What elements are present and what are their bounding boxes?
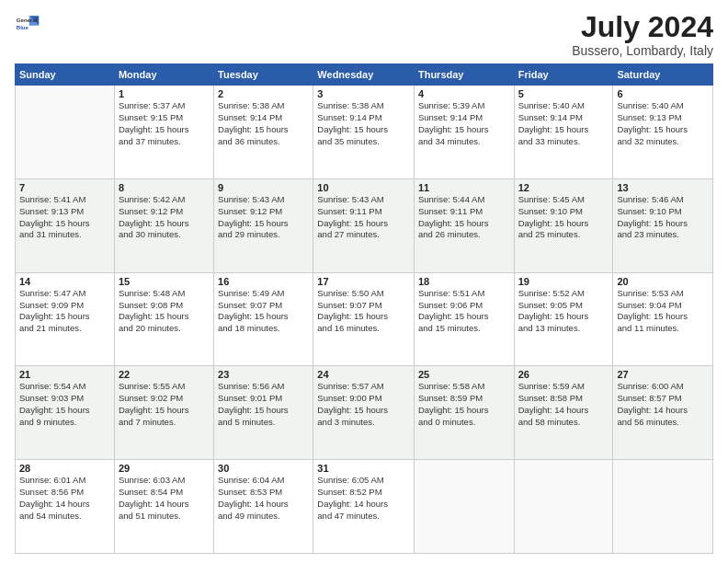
weekday-saturday: Saturday (613, 64, 713, 86)
day-cell: 27Sunrise: 6:00 AM Sunset: 8:57 PM Dayli… (613, 366, 713, 460)
day-info: Sunrise: 6:03 AM Sunset: 8:54 PM Dayligh… (119, 475, 210, 522)
day-number: 8 (119, 182, 210, 193)
day-number: 17 (317, 276, 410, 287)
day-number: 21 (19, 369, 110, 380)
day-info: Sunrise: 5:53 AM Sunset: 9:04 PM Dayligh… (617, 288, 709, 335)
day-number: 13 (617, 182, 709, 193)
day-info: Sunrise: 5:49 AM Sunset: 9:07 PM Dayligh… (218, 288, 309, 335)
day-info: Sunrise: 5:44 AM Sunset: 9:11 PM Dayligh… (418, 194, 510, 241)
day-number: 28 (19, 463, 110, 474)
weekday-header-row: SundayMondayTuesdayWednesdayThursdayFrid… (16, 64, 713, 86)
day-number: 2 (218, 88, 309, 99)
day-cell: 30Sunrise: 6:04 AM Sunset: 8:53 PM Dayli… (214, 460, 313, 554)
day-number: 9 (218, 182, 309, 193)
day-number: 3 (317, 88, 410, 99)
day-cell: 10Sunrise: 5:43 AM Sunset: 9:11 PM Dayli… (313, 178, 415, 272)
day-cell: 28Sunrise: 6:01 AM Sunset: 8:56 PM Dayli… (16, 460, 115, 554)
day-info: Sunrise: 5:57 AM Sunset: 9:00 PM Dayligh… (317, 381, 410, 428)
day-cell: 9Sunrise: 5:43 AM Sunset: 9:12 PM Daylig… (214, 178, 313, 272)
day-info: Sunrise: 5:43 AM Sunset: 9:12 PM Dayligh… (218, 194, 309, 241)
day-cell: 21Sunrise: 5:54 AM Sunset: 9:03 PM Dayli… (16, 366, 115, 460)
calendar-page: General Blue July 2024 Bussero, Lombardy… (0, 0, 728, 563)
day-cell: 26Sunrise: 5:59 AM Sunset: 8:58 PM Dayli… (514, 366, 613, 460)
day-cell: 2Sunrise: 5:38 AM Sunset: 9:14 PM Daylig… (214, 86, 313, 179)
weekday-sunday: Sunday (16, 64, 115, 86)
day-cell: 29Sunrise: 6:03 AM Sunset: 8:54 PM Dayli… (114, 460, 213, 554)
day-info: Sunrise: 5:46 AM Sunset: 9:10 PM Dayligh… (617, 194, 709, 241)
day-info: Sunrise: 5:40 AM Sunset: 9:13 PM Dayligh… (617, 100, 709, 147)
day-number: 19 (518, 276, 609, 287)
day-number: 10 (317, 182, 410, 193)
day-info: Sunrise: 5:55 AM Sunset: 9:02 PM Dayligh… (119, 381, 210, 428)
location: Bussero, Lombardy, Italy (572, 43, 713, 58)
week-row-1: 1Sunrise: 5:37 AM Sunset: 9:15 PM Daylig… (16, 86, 713, 179)
day-cell: 1Sunrise: 5:37 AM Sunset: 9:15 PM Daylig… (114, 86, 213, 179)
day-info: Sunrise: 6:01 AM Sunset: 8:56 PM Dayligh… (19, 475, 110, 522)
day-info: Sunrise: 5:59 AM Sunset: 8:58 PM Dayligh… (518, 381, 609, 428)
day-cell: 8Sunrise: 5:42 AM Sunset: 9:12 PM Daylig… (114, 178, 213, 272)
day-number: 24 (317, 369, 410, 380)
day-number: 1 (119, 88, 210, 99)
day-number: 15 (119, 276, 210, 287)
day-cell: 23Sunrise: 5:56 AM Sunset: 9:01 PM Dayli… (214, 366, 313, 460)
day-number: 18 (418, 276, 510, 287)
day-info: Sunrise: 5:42 AM Sunset: 9:12 PM Dayligh… (119, 194, 210, 241)
day-cell: 11Sunrise: 5:44 AM Sunset: 9:11 PM Dayli… (414, 178, 514, 272)
day-number: 4 (418, 88, 510, 99)
day-cell: 3Sunrise: 5:38 AM Sunset: 9:14 PM Daylig… (313, 86, 415, 179)
week-row-2: 7Sunrise: 5:41 AM Sunset: 9:13 PM Daylig… (16, 178, 713, 272)
day-info: Sunrise: 5:48 AM Sunset: 9:08 PM Dayligh… (119, 288, 210, 335)
day-info: Sunrise: 5:38 AM Sunset: 9:14 PM Dayligh… (317, 100, 410, 147)
day-info: Sunrise: 5:41 AM Sunset: 9:13 PM Dayligh… (19, 194, 110, 241)
day-info: Sunrise: 5:37 AM Sunset: 9:15 PM Dayligh… (119, 100, 210, 147)
day-number: 26 (518, 369, 609, 380)
weekday-friday: Friday (514, 64, 613, 86)
day-cell: 12Sunrise: 5:45 AM Sunset: 9:10 PM Dayli… (514, 178, 613, 272)
day-cell (16, 86, 115, 179)
day-info: Sunrise: 5:54 AM Sunset: 9:03 PM Dayligh… (19, 381, 110, 428)
day-cell: 5Sunrise: 5:40 AM Sunset: 9:14 PM Daylig… (514, 86, 613, 179)
day-info: Sunrise: 5:38 AM Sunset: 9:14 PM Dayligh… (218, 100, 309, 147)
header: General Blue July 2024 Bussero, Lombardy… (15, 11, 713, 58)
day-info: Sunrise: 5:39 AM Sunset: 9:14 PM Dayligh… (418, 100, 510, 147)
day-number: 31 (317, 463, 410, 474)
day-cell: 15Sunrise: 5:48 AM Sunset: 9:08 PM Dayli… (114, 272, 213, 366)
day-cell: 22Sunrise: 5:55 AM Sunset: 9:02 PM Dayli… (114, 366, 213, 460)
day-info: Sunrise: 5:56 AM Sunset: 9:01 PM Dayligh… (218, 381, 309, 428)
day-cell: 16Sunrise: 5:49 AM Sunset: 9:07 PM Dayli… (214, 272, 313, 366)
day-cell: 14Sunrise: 5:47 AM Sunset: 9:09 PM Dayli… (16, 272, 115, 366)
day-number: 20 (617, 276, 709, 287)
day-info: Sunrise: 5:43 AM Sunset: 9:11 PM Dayligh… (317, 194, 410, 241)
day-number: 7 (19, 182, 110, 193)
day-info: Sunrise: 5:51 AM Sunset: 9:06 PM Dayligh… (418, 288, 510, 335)
weekday-monday: Monday (114, 64, 213, 86)
day-info: Sunrise: 6:00 AM Sunset: 8:57 PM Dayligh… (617, 381, 709, 428)
day-cell: 19Sunrise: 5:52 AM Sunset: 9:05 PM Dayli… (514, 272, 613, 366)
day-cell: 20Sunrise: 5:53 AM Sunset: 9:04 PM Dayli… (613, 272, 713, 366)
day-number: 6 (617, 88, 709, 99)
svg-text:General: General (17, 17, 38, 23)
week-row-5: 28Sunrise: 6:01 AM Sunset: 8:56 PM Dayli… (16, 460, 713, 554)
title-section: July 2024 Bussero, Lombardy, Italy (572, 11, 713, 58)
day-number: 5 (518, 88, 609, 99)
calendar-table: SundayMondayTuesdayWednesdayThursdayFrid… (15, 63, 713, 554)
day-number: 29 (119, 463, 210, 474)
day-number: 14 (19, 276, 110, 287)
day-cell: 24Sunrise: 5:57 AM Sunset: 9:00 PM Dayli… (313, 366, 415, 460)
svg-text:Blue: Blue (17, 24, 29, 30)
weekday-wednesday: Wednesday (313, 64, 415, 86)
day-info: Sunrise: 6:05 AM Sunset: 8:52 PM Dayligh… (317, 475, 410, 522)
day-number: 23 (218, 369, 309, 380)
day-cell: 7Sunrise: 5:41 AM Sunset: 9:13 PM Daylig… (16, 178, 115, 272)
day-number: 11 (418, 182, 510, 193)
day-number: 27 (617, 369, 709, 380)
logo-icon: General Blue (15, 11, 40, 37)
day-info: Sunrise: 5:47 AM Sunset: 9:09 PM Dayligh… (19, 288, 110, 335)
day-cell: 17Sunrise: 5:50 AM Sunset: 9:07 PM Dayli… (313, 272, 415, 366)
month-title: July 2024 (572, 11, 713, 43)
day-number: 30 (218, 463, 309, 474)
day-cell: 25Sunrise: 5:58 AM Sunset: 8:59 PM Dayli… (414, 366, 514, 460)
week-row-3: 14Sunrise: 5:47 AM Sunset: 9:09 PM Dayli… (16, 272, 713, 366)
day-cell: 6Sunrise: 5:40 AM Sunset: 9:13 PM Daylig… (613, 86, 713, 179)
week-row-4: 21Sunrise: 5:54 AM Sunset: 9:03 PM Dayli… (16, 366, 713, 460)
